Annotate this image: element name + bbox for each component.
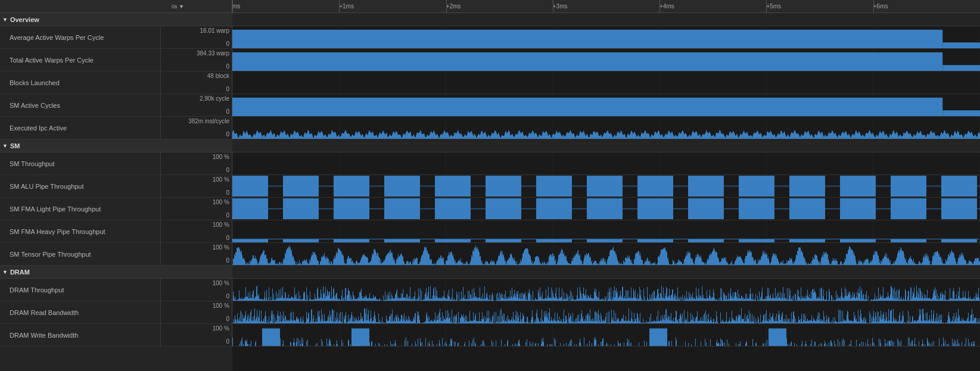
chart-row-sm-alu-pipe <box>232 175 980 198</box>
metric-row-executed-ipc: Executed Ipc Active382m inst/cycle0 <box>0 117 232 139</box>
right-panel <box>232 13 980 371</box>
chart-cell-dram-read-bw <box>232 301 980 323</box>
scale-bottom-blocks-launched: 0 <box>163 86 229 92</box>
chart-cell-avg-active-warps <box>232 26 980 48</box>
metric-scale-sm-throughput: 100 %0 <box>161 152 232 174</box>
scale-bottom-sm-fma-light: 0 <box>163 212 229 219</box>
chart-cell-sm-throughput <box>232 152 980 174</box>
metric-label-dram-write-bw: DRAM Write Bandwidth <box>0 324 161 346</box>
metric-label-sm-tensor-pipe: SM Tensor Pipe Throughput <box>0 243 161 265</box>
scale-bottom-sm-throughput: 0 <box>163 167 229 173</box>
metric-label-sm-alu-pipe: SM ALU Pipe Throughput <box>0 175 161 197</box>
metric-row-sm-active-cycles: SM Active Cycles2.90k cycle0 <box>0 94 232 117</box>
header-label-area: 0s ▼ <box>0 0 232 13</box>
metric-row-avg-active-warps: Average Active Warps Per Cycle16.01 warp… <box>0 26 232 49</box>
timeline-tick-6: +6ms <box>873 0 888 13</box>
metric-row-sm-fma-light: SM FMA Light Pipe Throughput100 %0 <box>0 198 232 220</box>
chart-row-sm-fma-light <box>232 198 980 220</box>
chart-canvas-total-active-warps <box>232 49 980 71</box>
scale-top-sm-tensor-pipe: 100 % <box>163 244 229 251</box>
scale-top-blocks-launched: 48 block <box>163 73 229 79</box>
chart-canvas-dram-write-bw <box>232 324 980 346</box>
chart-canvas-sm-fma-light <box>232 198 980 220</box>
metric-row-blocks-launched: Blocks Launched48 block0 <box>0 71 232 94</box>
chart-cell-sm-tensor-pipe <box>232 243 980 265</box>
main-container: 0s ▼ ms+1ms+2ms+3ms+4ms+5ms+6ms+7ms ▼Ove… <box>0 0 980 371</box>
chart-canvas-blocks-launched <box>232 71 980 93</box>
metric-scale-total-active-warps: 384.33 warp0 <box>161 49 232 71</box>
left-panel: ▼OverviewAverage Active Warps Per Cycle1… <box>0 13 232 371</box>
metric-scale-blocks-launched: 48 block0 <box>161 71 232 93</box>
metric-label-avg-active-warps: Average Active Warps Per Cycle <box>0 26 161 48</box>
chart-row-sm-fma-heavy <box>232 220 980 243</box>
chart-canvas-dram-throughput <box>232 279 980 301</box>
chart-canvas-sm-alu-pipe <box>232 175 980 197</box>
metric-label-blocks-launched: Blocks Launched <box>0 71 161 93</box>
scale-top-dram-throughput: 100 % <box>163 280 229 286</box>
chart-cell-sm-fma-heavy <box>232 220 980 242</box>
chart-cell-dram-throughput <box>232 279 980 301</box>
timeline-tick-5: +5ms <box>766 0 781 13</box>
metric-row-sm-tensor-pipe: SM Tensor Pipe Throughput100 %0 <box>0 243 232 266</box>
metric-row-sm-fma-heavy: SM FMA Heavy Pipe Throughput100 %0 <box>0 220 232 243</box>
scale-top-dram-read-bw: 100 % <box>163 303 229 309</box>
section-label-overview: Overview <box>10 16 39 23</box>
metric-label-sm-throughput: SM Throughput <box>0 152 161 174</box>
metric-scale-executed-ipc: 382m inst/cycle0 <box>161 117 232 139</box>
section-header-sm[interactable]: ▼SM <box>0 139 232 152</box>
metric-row-sm-throughput: SM Throughput100 %0 <box>0 152 232 175</box>
metric-row-dram-throughput: DRAM Throughput100 %0 <box>0 279 232 301</box>
scale-bottom-dram-write-bw: 0 <box>163 338 229 345</box>
scale-top-total-active-warps: 384.33 warp <box>163 50 229 57</box>
chart-row-total-active-warps <box>232 49 980 71</box>
chart-cell-blocks-launched <box>232 71 980 93</box>
chart-canvas-dram-read-bw <box>232 301 980 323</box>
chart-canvas-avg-active-warps <box>232 26 980 48</box>
chart-row-blocks-launched <box>232 71 980 94</box>
chart-row-avg-active-warps <box>232 26 980 49</box>
scale-bottom-sm-tensor-pipe: 0 <box>163 257 229 264</box>
section-header-overview[interactable]: ▼Overview <box>0 13 232 26</box>
section-arrow-sm: ▼ <box>2 143 8 149</box>
chart-canvas-sm-active-cycles <box>232 94 980 116</box>
metric-row-total-active-warps: Total Active Warps Per Cycle384.33 warp0 <box>0 49 232 71</box>
timeline-tick-3: +3ms <box>553 0 568 13</box>
chart-canvas-executed-ipc <box>232 117 980 139</box>
metric-row-sm-alu-pipe: SM ALU Pipe Throughput100 %0 <box>0 175 232 198</box>
scale-top-executed-ipc: 382m inst/cycle <box>163 118 229 124</box>
section-label-dram: DRAM <box>10 269 30 276</box>
scale-top-sm-active-cycles: 2.90k cycle <box>163 95 229 102</box>
metric-label-sm-fma-heavy: SM FMA Heavy Pipe Throughput <box>0 220 161 242</box>
timeline-tick-4: +4ms <box>659 0 674 13</box>
time-dropdown[interactable]: 0s ▼ <box>172 4 184 10</box>
scale-top-sm-alu-pipe: 100 % <box>163 176 229 183</box>
chart-row-sm-throughput <box>232 152 980 175</box>
chart-row-dram-write-bw <box>232 324 980 347</box>
chart-canvas-sm-fma-heavy <box>232 220 980 242</box>
scale-bottom-executed-ipc: 0 <box>163 131 229 138</box>
chart-row-executed-ipc <box>232 117 980 139</box>
section-header-right-overview <box>232 13 980 26</box>
scale-bottom-sm-alu-pipe: 0 <box>163 189 229 196</box>
chart-canvas-sm-throughput <box>232 152 980 174</box>
timeline-tick-2: +2ms <box>446 0 461 13</box>
metric-scale-dram-throughput: 100 %0 <box>161 279 232 301</box>
metric-scale-dram-write-bw: 100 %0 <box>161 324 232 346</box>
section-label-sm: SM <box>10 142 20 149</box>
timeline-area: ms+1ms+2ms+3ms+4ms+5ms+6ms+7ms <box>232 0 980 13</box>
scale-bottom-dram-throughput: 0 <box>163 293 229 300</box>
scale-top-sm-fma-light: 100 % <box>163 199 229 205</box>
metric-scale-sm-fma-light: 100 %0 <box>161 198 232 220</box>
metric-scale-avg-active-warps: 16.01 warp0 <box>161 26 232 48</box>
metric-label-dram-throughput: DRAM Throughput <box>0 279 161 301</box>
chart-row-sm-tensor-pipe <box>232 243 980 266</box>
metric-scale-sm-tensor-pipe: 100 %0 <box>161 243 232 265</box>
scale-bottom-total-active-warps: 0 <box>163 63 229 70</box>
section-arrow-overview: ▼ <box>2 17 8 23</box>
metric-label-sm-active-cycles: SM Active Cycles <box>0 94 161 116</box>
section-header-dram[interactable]: ▼DRAM <box>0 266 232 279</box>
scale-bottom-avg-active-warps: 0 <box>163 40 229 47</box>
metric-row-dram-read-bw: DRAM Read Bandwidth100 %0 <box>0 301 232 324</box>
scale-bottom-sm-active-cycles: 0 <box>163 108 229 115</box>
metric-label-dram-read-bw: DRAM Read Bandwidth <box>0 301 161 323</box>
